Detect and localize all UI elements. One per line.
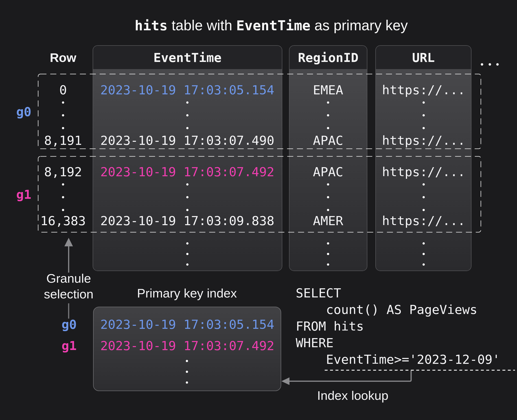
ellipsis-dot (423, 114, 425, 116)
row-number: 8,192 (44, 165, 82, 179)
ellipsis-dot (62, 209, 64, 211)
ellipsis-dot (327, 242, 329, 245)
url-value: https://... (382, 213, 465, 228)
ellipsis-dot (186, 381, 188, 384)
ellipsis-dot (186, 253, 188, 255)
pk-entry-g0-label: g0 (61, 317, 76, 332)
granule-g0-label: g0 (16, 104, 31, 119)
ellipsis-dot (423, 253, 425, 255)
sql-line: FROM hits (296, 318, 500, 335)
ellipsis-dot (186, 371, 188, 373)
more-columns-ellipsis (481, 63, 499, 66)
ellipsis-dot (423, 196, 425, 198)
ellipsis-dot (423, 127, 425, 129)
ellipsis-dot (423, 101, 425, 104)
url-value: https://... (382, 82, 465, 97)
column-header-eventtime: EventTime (93, 46, 282, 69)
regionid-value: AMER (313, 213, 343, 228)
row-number: 16,383 (40, 213, 86, 228)
ellipsis-dot (62, 183, 64, 186)
ellipsis-dot (62, 114, 64, 116)
diagram-title: hits table with EventTime as primary key (135, 17, 408, 34)
regionid-value: EMEA (313, 82, 343, 97)
sql-line: count() AS PageViews (296, 301, 500, 318)
sql-line: WHERE (296, 335, 500, 351)
ellipsis-dot (186, 127, 188, 129)
column-header-regionid: RegionID (289, 46, 367, 69)
title-suffix-text: as primary key (310, 17, 408, 33)
ellipsis-dot (423, 242, 425, 245)
title-middle-text: table with (168, 17, 236, 33)
ellipsis-dot (62, 127, 64, 129)
eventtime-value: 2023-10-19 17:03:05.154 (100, 82, 274, 97)
title-key-column: EventTime (236, 17, 311, 33)
ellipsis-dot (327, 253, 329, 255)
ellipsis-dot (186, 209, 188, 211)
eventtime-value: 2023-10-19 17:03:07.490 (100, 133, 274, 148)
ellipsis-dot (186, 263, 188, 266)
sql-line: SELECT (296, 285, 500, 301)
eventtime-value: 2023-10-19 17:03:07.492 (100, 165, 274, 179)
pk-entry-g1-value: 2023-10-19 17:03:07.492 (100, 338, 274, 353)
ellipsis-dot (327, 263, 329, 266)
regionid-value: APAC (313, 133, 343, 148)
primary-key-index-title: Primary key index (137, 286, 237, 300)
ellipsis-dot (327, 101, 329, 104)
ellipsis-dot (327, 127, 329, 129)
ellipsis-dot (423, 209, 425, 211)
title-table-name: hits (135, 17, 168, 33)
row-number: 8,191 (44, 133, 82, 148)
ellipsis-dot (186, 183, 188, 186)
ellipsis-dot (327, 183, 329, 186)
ellipsis-dot (186, 196, 188, 198)
url-value: https://... (382, 165, 465, 179)
ellipsis-dot (186, 101, 188, 104)
sql-line: EventTime>='2023-12-09' (296, 351, 500, 368)
granule-g1-label: g1 (16, 187, 31, 202)
index-lookup-label: Index lookup (317, 388, 389, 403)
ellipsis-dot (186, 360, 188, 362)
regionid-value: APAC (313, 165, 343, 179)
pk-entry-g1-label: g1 (61, 338, 76, 353)
ellipsis-dot (62, 196, 64, 198)
ellipsis-dot (423, 183, 425, 186)
row-number: 0 (59, 82, 67, 97)
ellipsis-dot (186, 114, 188, 116)
column-url: URL (375, 45, 472, 271)
ellipsis-dot (186, 242, 188, 245)
ellipsis-dot (327, 114, 329, 116)
ellipsis-dot (62, 101, 64, 104)
ellipsis-dot (327, 196, 329, 198)
pk-entry-g0-value: 2023-10-19 17:03:05.154 (100, 317, 274, 332)
sql-query: SELECT count() AS PageViewsFROM hitsWHER… (296, 285, 500, 368)
ellipsis-dot (327, 209, 329, 211)
ellipsis-dot (423, 263, 425, 266)
row-column-header: Row (50, 50, 76, 65)
url-value: https://... (382, 133, 465, 148)
column-eventtime: EventTime (93, 45, 282, 271)
diagram-canvas: hits table with EventTime as primary key… (0, 0, 517, 420)
index-lookup-arrow-icon (281, 371, 411, 385)
column-header-url: URL (376, 46, 471, 69)
eventtime-value: 2023-10-19 17:03:09.838 (100, 213, 274, 228)
column-regionid: RegionID (289, 45, 367, 271)
granule-selection-label: Granule selection (33, 270, 105, 302)
